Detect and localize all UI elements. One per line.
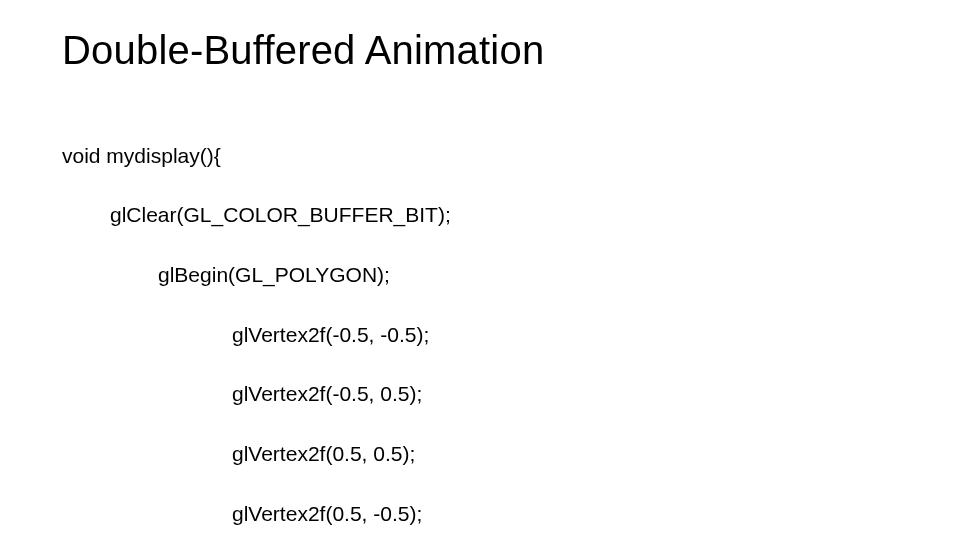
- code-line: glVertex2f(-0.5, 0.5);: [62, 379, 910, 409]
- code-line: glClear(GL_COLOR_BUFFER_BIT);: [62, 200, 910, 230]
- code-line: glBegin(GL_POLYGON);: [62, 260, 910, 290]
- slide-title: Double-Buffered Animation: [62, 28, 910, 73]
- code-line: glVertex2f(0.5, 0.5);: [62, 439, 910, 469]
- code-line: glVertex2f(-0.5, -0.5);: [62, 320, 910, 350]
- slide: Double-Buffered Animation void mydisplay…: [0, 0, 960, 540]
- code-line: glVertex2f(0.5, -0.5);: [62, 499, 910, 529]
- code-block: void mydisplay(){ glClear(GL_COLOR_BUFFE…: [62, 111, 910, 540]
- code-line: void mydisplay(){: [62, 141, 910, 171]
